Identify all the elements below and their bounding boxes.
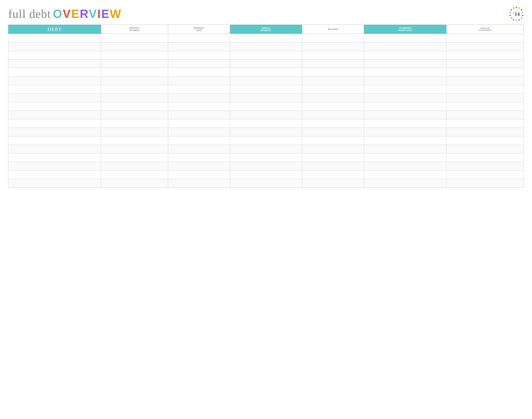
table-cell[interactable]: [230, 85, 302, 94]
table-cell[interactable]: [8, 179, 101, 188]
table-cell[interactable]: [446, 85, 524, 94]
table-cell[interactable]: [230, 51, 302, 59]
table-cell[interactable]: [302, 128, 364, 136]
table-cell[interactable]: [8, 94, 101, 102]
table-cell[interactable]: [8, 119, 101, 128]
table-cell[interactable]: [446, 59, 524, 68]
table-cell[interactable]: [168, 128, 230, 136]
table-cell[interactable]: [101, 34, 168, 42]
table-cell[interactable]: [364, 59, 446, 68]
table-cell[interactable]: [230, 179, 302, 188]
table-cell[interactable]: [364, 94, 446, 102]
table-cell[interactable]: [168, 136, 230, 145]
table-cell[interactable]: [8, 102, 101, 111]
table-cell[interactable]: [230, 119, 302, 128]
table-cell[interactable]: [168, 179, 230, 188]
table-cell[interactable]: [364, 68, 446, 77]
table-cell[interactable]: [364, 119, 446, 128]
table-cell[interactable]: [168, 154, 230, 162]
table-cell[interactable]: [230, 42, 302, 51]
table-cell[interactable]: [446, 34, 524, 42]
table-cell[interactable]: [446, 77, 524, 85]
table-cell[interactable]: [101, 102, 168, 111]
table-cell[interactable]: [302, 85, 364, 94]
table-cell[interactable]: [168, 68, 230, 77]
table-cell[interactable]: [168, 170, 230, 179]
table-cell[interactable]: [446, 154, 524, 162]
table-cell[interactable]: [230, 154, 302, 162]
table-cell[interactable]: [8, 111, 101, 119]
table-cell[interactable]: [446, 136, 524, 145]
table-cell[interactable]: [8, 145, 101, 154]
table-cell[interactable]: [446, 145, 524, 154]
table-cell[interactable]: [364, 102, 446, 111]
table-cell[interactable]: [8, 59, 101, 68]
table-cell[interactable]: [302, 154, 364, 162]
table-cell[interactable]: [168, 162, 230, 170]
table-cell[interactable]: [168, 42, 230, 51]
table-cell[interactable]: [8, 77, 101, 85]
table-cell[interactable]: [230, 94, 302, 102]
table-cell[interactable]: [168, 94, 230, 102]
table-cell[interactable]: [364, 170, 446, 179]
table-cell[interactable]: [8, 136, 101, 145]
table-cell[interactable]: [8, 162, 101, 170]
table-cell[interactable]: [446, 170, 524, 179]
table-cell[interactable]: [168, 111, 230, 119]
table-cell[interactable]: [8, 42, 101, 51]
table-cell[interactable]: [8, 68, 101, 77]
table-cell[interactable]: [101, 136, 168, 145]
table-cell[interactable]: [101, 170, 168, 179]
table-cell[interactable]: [364, 145, 446, 154]
table-cell[interactable]: [168, 145, 230, 154]
table-cell[interactable]: [168, 34, 230, 42]
table-cell[interactable]: [446, 102, 524, 111]
table-cell[interactable]: [101, 119, 168, 128]
table-cell[interactable]: [8, 34, 101, 42]
table-cell[interactable]: [364, 77, 446, 85]
table-cell[interactable]: [168, 77, 230, 85]
table-cell[interactable]: [364, 154, 446, 162]
table-cell[interactable]: [364, 51, 446, 59]
table-cell[interactable]: [302, 111, 364, 119]
table-cell[interactable]: [302, 51, 364, 59]
table-cell[interactable]: [364, 111, 446, 119]
table-cell[interactable]: [168, 85, 230, 94]
table-cell[interactable]: [302, 59, 364, 68]
table-cell[interactable]: [302, 179, 364, 188]
table-cell[interactable]: [101, 154, 168, 162]
table-cell[interactable]: [101, 68, 168, 77]
table-cell[interactable]: [8, 170, 101, 179]
table-cell[interactable]: [230, 162, 302, 170]
table-cell[interactable]: [101, 51, 168, 59]
table-cell[interactable]: [230, 170, 302, 179]
table-cell[interactable]: [101, 162, 168, 170]
table-cell[interactable]: [302, 170, 364, 179]
table-cell[interactable]: [230, 59, 302, 68]
table-cell[interactable]: [101, 145, 168, 154]
table-cell[interactable]: [8, 51, 101, 59]
table-cell[interactable]: [446, 68, 524, 77]
table-cell[interactable]: [302, 68, 364, 77]
table-cell[interactable]: [101, 94, 168, 102]
table-cell[interactable]: [230, 128, 302, 136]
table-cell[interactable]: [446, 94, 524, 102]
table-cell[interactable]: [364, 128, 446, 136]
table-cell[interactable]: [364, 34, 446, 42]
table-cell[interactable]: [101, 179, 168, 188]
table-cell[interactable]: [364, 179, 446, 188]
table-cell[interactable]: [302, 145, 364, 154]
table-cell[interactable]: [302, 162, 364, 170]
table-cell[interactable]: [446, 179, 524, 188]
table-cell[interactable]: [364, 162, 446, 170]
table-cell[interactable]: [302, 34, 364, 42]
table-cell[interactable]: [446, 128, 524, 136]
table-cell[interactable]: [446, 119, 524, 128]
table-cell[interactable]: [302, 94, 364, 102]
table-cell[interactable]: [101, 42, 168, 51]
table-cell[interactable]: [101, 128, 168, 136]
table-cell[interactable]: [101, 59, 168, 68]
table-cell[interactable]: [101, 77, 168, 85]
table-cell[interactable]: [101, 111, 168, 119]
table-cell[interactable]: [446, 111, 524, 119]
